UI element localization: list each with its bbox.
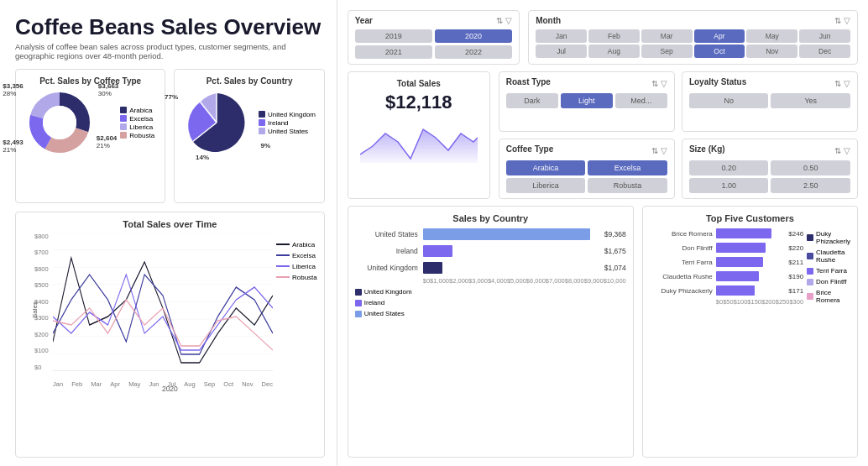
bottom-row: Sales by Country United States $9,368 Ir… [348, 206, 858, 458]
donut-svg [26, 89, 93, 156]
customers-legend: Duky Phizackerly Claudetta Rushe Terri F… [807, 230, 850, 306]
month-btn-mar[interactable]: Mar [641, 29, 693, 43]
donut-label-robusta: $3,35628% [3, 82, 23, 97]
mid-row: Total Sales $12,118 [348, 71, 858, 199]
title-section: Coffee Beans Sales Overview Analysis of … [15, 15, 325, 60]
total-sales-box: Total Sales $12,118 [348, 71, 490, 199]
roast-sort-icon[interactable]: ⇅ [651, 79, 658, 88]
size-btn-0-20[interactable]: 0.20 [689, 160, 769, 175]
donut-label-liberica: $2,49321% [3, 139, 23, 154]
month-filter-funnel-icon[interactable]: ▽ [844, 16, 850, 25]
top-customers-bars: Brice Romera $246 Don Flintff $220 [650, 228, 850, 306]
size-btn-2-50[interactable]: 2.50 [771, 178, 850, 193]
year-filter-sort-icon[interactable]: ⇅ [496, 16, 503, 25]
roast-btn-medium[interactable]: Med... [615, 93, 667, 108]
subtitle: Analysis of coffee bean sales across pro… [15, 42, 325, 60]
month-btn-oct[interactable]: Oct [694, 45, 745, 58]
month-filter-label: Month [536, 16, 561, 25]
country-value-us: $9,368 [604, 230, 626, 238]
roast-filter-icons: ⇅ ▽ [651, 79, 667, 88]
year-btn-2019[interactable]: 2019 [355, 29, 432, 43]
pie-chart-title: Pct. Sales by Country [207, 76, 293, 86]
loyalty-status-label: Loyalty Status [689, 77, 746, 86]
year-btn-2020[interactable]: 2020 [435, 29, 512, 43]
roast-btn-light[interactable]: Light [561, 93, 613, 108]
size-filter-icons: ⇅ ▽ [834, 146, 850, 155]
coffee-btn-robusta[interactable]: Robusta [588, 178, 667, 193]
coffee-sort-icon[interactable]: ⇅ [651, 146, 658, 155]
month-btn-apr[interactable]: Apr [694, 29, 745, 43]
month-btn-nov[interactable]: Nov [746, 45, 797, 58]
month-btn-dec[interactable]: Dec [799, 45, 850, 58]
year-filter: Year ⇅ ▽ 2019 2020 2021 2022 [348, 10, 520, 65]
country-bar-uk: United Kingdom $1,074 [355, 262, 626, 274]
pie-label-uk: 77% [165, 93, 178, 101]
year-btn-2022[interactable]: 2022 [435, 45, 512, 59]
country-label-ireland: Ireland [355, 247, 418, 255]
coffee-btn-liberica[interactable]: Liberica [506, 178, 586, 193]
coffee-type-filter-icons: ⇅ ▽ [651, 146, 667, 155]
coffee-funnel-icon[interactable]: ▽ [661, 146, 667, 155]
roast-funnel-icon[interactable]: ▽ [661, 79, 667, 88]
size-btn-1-00[interactable]: 1.00 [689, 178, 769, 193]
timeseries-legend: Arabica Excelsa Liberica Robusta [276, 233, 317, 388]
size-sort-icon[interactable]: ⇅ [834, 146, 841, 155]
roast-type-filter: Roast Type ⇅ ▽ Dark Light Med... [499, 71, 675, 132]
coffee-type-options: Arabica Excelsa Liberica Robusta [506, 160, 667, 193]
pie-label-us: 14% [196, 154, 209, 161]
size-kg-label: Size (Kg) [689, 144, 725, 154]
loyalty-sort-icon[interactable]: ⇅ [834, 79, 841, 88]
size-kg-filter: Size (Kg) ⇅ ▽ 0.20 0.50 1.00 2.50 [682, 139, 858, 199]
filter-boxes-grid: Roast Type ⇅ ▽ Dark Light Med... [499, 71, 858, 199]
coffee-btn-arabica[interactable]: Arabica [506, 160, 586, 175]
cust-row-duky: Duky Phizackerly $171 [650, 285, 803, 296]
loyalty-btn-yes[interactable]: Yes [771, 93, 850, 108]
loyalty-btn-no[interactable]: No [689, 93, 769, 108]
month-btn-jan[interactable]: Jan [536, 29, 587, 43]
month-filter: Month ⇅ ▽ Jan Feb Mar Apr May Jun Jul Au… [528, 10, 858, 65]
year-btn-2021[interactable]: 2021 [355, 45, 432, 59]
month-filter-icons: ⇅ ▽ [834, 16, 850, 25]
year-filter-label: Year [355, 16, 373, 25]
month-btn-jul[interactable]: Jul [536, 45, 587, 58]
country-value-ireland: $1,675 [604, 247, 626, 255]
pie-label-ireland: 9% [261, 142, 271, 149]
coffee-type-label: Coffee Type [506, 144, 554, 154]
country-bar-us: United States $9,368 [355, 228, 626, 240]
donut-chart-title: Pct. Sales by Coffee Type [39, 76, 141, 86]
donut-legend: Arabica Excelsa Liberica Robusta [120, 107, 154, 140]
country-x-axis: $0$1,000$2,000$3,000$4,000$5,000$6,000$7… [355, 277, 626, 285]
month-btn-feb[interactable]: Feb [588, 29, 640, 43]
month-btn-sep[interactable]: Sep [641, 45, 693, 58]
month-btn-may[interactable]: May [746, 29, 797, 43]
country-bar-ireland: Ireland $1,675 [355, 245, 626, 257]
loyalty-status-filter: Loyalty Status ⇅ ▽ No Yes [682, 71, 858, 132]
size-funnel-icon[interactable]: ▽ [844, 146, 850, 155]
timeseries-chart-box: Total Sales over Time Sales $800$700$600… [15, 212, 325, 458]
donut-label-excelsa: $2,60421% [97, 134, 117, 149]
top-customers-chart: Top Five Customers Brice Romera $246 Don… [642, 206, 858, 458]
roast-btn-dark[interactable]: Dark [506, 93, 558, 108]
month-filter-sort-icon[interactable]: ⇅ [834, 16, 841, 25]
donut-chart-box: Pct. Sales by Coffee Type $3,66330% $2,6… [15, 69, 165, 203]
pie-svg [183, 89, 250, 156]
country-value-uk: $1,074 [604, 264, 626, 272]
year-options: 2019 2020 2021 2022 [355, 29, 512, 59]
size-options: 0.20 0.50 1.00 2.50 [689, 160, 850, 193]
year-filter-icons: ⇅ ▽ [496, 16, 512, 25]
month-btn-aug[interactable]: Aug [588, 45, 640, 58]
month-btn-jun[interactable]: Jun [799, 29, 850, 43]
customers-x-axis: $0$50$100$150$200$250$300 [650, 298, 803, 306]
sales-by-country-title: Sales by Country [355, 213, 626, 223]
coffee-type-filter: Coffee Type ⇅ ▽ Arabica Excelsa Liberica… [499, 139, 675, 199]
cust-row-brice: Brice Romera $246 [650, 228, 803, 238]
cust-row-terri: Terri Farra $211 [650, 257, 803, 267]
loyalty-funnel-icon[interactable]: ▽ [844, 79, 850, 88]
year-filter-funnel-icon[interactable]: ▽ [505, 16, 512, 25]
cust-row-claudetta: Claudetta Rushe $190 [650, 271, 803, 281]
roast-type-label: Roast Type [506, 77, 551, 86]
coffee-btn-excelsa[interactable]: Excelsa [588, 160, 667, 175]
size-btn-0-50[interactable]: 0.50 [771, 160, 850, 175]
total-sales-value: $12,118 [385, 92, 452, 113]
loyalty-options: No Yes [689, 93, 850, 108]
